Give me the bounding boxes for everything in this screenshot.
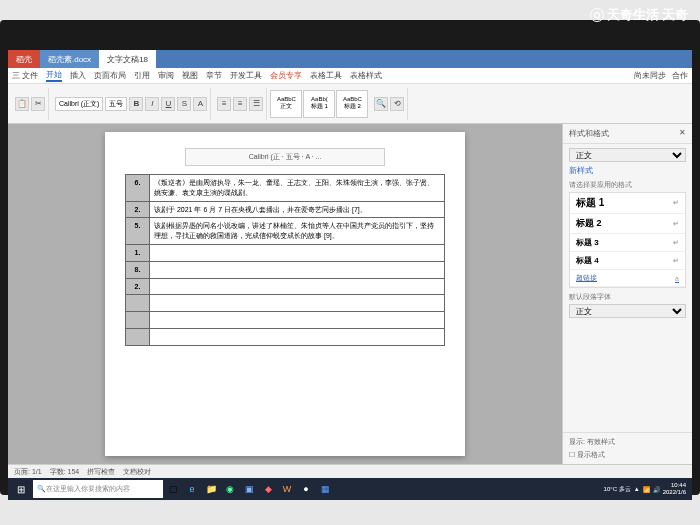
watermark: Q 天奇生活 天奇 [590,6,688,24]
table-row: 8. [126,261,445,278]
show-filter[interactable]: 显示: 有效样式 [569,437,686,447]
tab-doc2[interactable]: 文字文稿18 [99,50,156,68]
color-btn[interactable]: A [193,97,207,111]
menu-start[interactable]: 开始 [46,69,62,82]
app-icon[interactable]: ▦ [316,480,334,498]
edge-icon[interactable]: e [183,480,201,498]
task-view-icon[interactable]: ▢ [164,480,182,498]
cut-btn[interactable]: ✂ [31,97,45,111]
table-row: 1. [126,244,445,261]
new-style-btn[interactable]: 新样式 [569,166,593,175]
start-button[interactable]: ⊞ [10,479,32,499]
align-center-btn[interactable]: ≡ [233,97,247,111]
panel-title: 样式和格式 [569,128,609,139]
menu-view[interactable]: 视图 [182,70,198,81]
menu-ref[interactable]: 引用 [134,70,150,81]
table-row [126,295,445,312]
strike-btn[interactable]: S [177,97,191,111]
tray-icon[interactable]: ▲ [634,486,640,492]
doc-check[interactable]: 文档校对 [123,467,151,477]
style-heading1[interactable]: 标题 1↵ [570,193,685,214]
replace-btn[interactable]: ⟲ [390,97,404,111]
table-row: 2.该剧于 2021 年 6 月 7 日在央视八套播出，并在爱奇艺同步播出 [7… [126,201,445,218]
tab-home[interactable]: 稻壳 [8,50,40,68]
content-table[interactable]: 6.《叛逆者》是由周游执导，朱一龙、童瑶、王志文、王阳、朱珠领衔主演，李强、张子… [125,174,445,346]
app-icon[interactable]: ◉ [221,480,239,498]
bold-btn[interactable]: B [129,97,143,111]
align-left-btn[interactable]: ≡ [217,97,231,111]
menu-table-tools[interactable]: 表格工具 [310,70,342,81]
table-row: 5.该剧根据畀愚的同名小说改编，讲述了林楠笙、朱怡贞等人在中国共产党员的指引下，… [126,218,445,245]
collab-btn[interactable]: 合作 [672,70,688,81]
style-heading2[interactable]: 标题 2↵ [570,214,685,234]
window-tabs: 稻壳 稻壳素.docx 文字文稿18 [8,50,692,68]
menu-bar: 三 文件 开始 插入 页面布局 引用 审阅 视图 章节 开发工具 会员专享 表格… [8,68,692,84]
style-heading3[interactable]: 标题 3↵ [570,234,685,252]
volume-icon[interactable]: 🔊 [653,486,660,493]
table-row: 6.《叛逆者》是由周游执导，朱一龙、童瑶、王志文、王阳、朱珠领衔主演，李强、张子… [126,175,445,202]
menu-layout[interactable]: 页面布局 [94,70,126,81]
menu-table-style[interactable]: 表格样式 [350,70,382,81]
underline-btn[interactable]: U [161,97,175,111]
paste-btn[interactable]: 📋 [15,97,29,111]
find-btn[interactable]: 🔍 [374,97,388,111]
table-row [126,328,445,345]
app-icon[interactable]: ◆ [259,480,277,498]
status-bar: 页面: 1/1 字数: 154 拼写检查 文档校对 [8,464,692,478]
style-hyperlink[interactable]: 超链接a [570,270,685,287]
menu-review[interactable]: 审阅 [158,70,174,81]
style-h2[interactable]: AaBbC标题 2 [336,90,368,118]
style-normal[interactable]: AaBbC正文 [270,90,302,118]
page[interactable]: Calibri (正 · 五号 · A · ... 6.《叛逆者》是由周游执导，… [105,132,465,456]
list-btn[interactable]: ☰ [249,97,263,111]
folder-icon[interactable]: 📁 [202,480,220,498]
clock[interactable]: 10:44 2022/1/6 [663,482,686,495]
default-font-select[interactable]: 正文 [569,304,686,318]
menu-file[interactable]: 三 文件 [12,70,38,81]
app-icon[interactable]: ● [297,480,315,498]
document-area: Calibri (正 · 五号 · A · ... 6.《叛逆者》是由周游执导，… [8,124,562,464]
clear-format[interactable]: ☐ 显示格式 [569,450,686,460]
menu-chapter[interactable]: 章节 [206,70,222,81]
taskbar-search[interactable]: 🔍 在这里输入你要搜索的内容 [33,480,163,498]
wifi-icon[interactable]: 📶 [643,486,650,493]
style-list: 标题 1↵ 标题 2↵ 标题 3↵ 标题 4↵ 超链接a [569,192,686,288]
spell-check[interactable]: 拼写检查 [87,467,115,477]
mini-toolbar[interactable]: Calibri (正 · 五号 · A · ... [185,148,385,166]
default-font-label: 默认段落字体 [569,292,686,302]
page-indicator[interactable]: 页面: 1/1 [14,467,42,477]
system-tray[interactable]: 10°C 多云 ▲ 📶 🔊 10:44 2022/1/6 [604,482,690,495]
wps-icon[interactable]: W [278,480,296,498]
table-row: 2. [126,278,445,295]
weather-widget[interactable]: 10°C 多云 [604,485,631,494]
styles-panel: 样式和格式 ✕ 正文 新样式 请选择要应用的格式 标题 1↵ 标题 2↵ 标题 … [562,124,692,464]
current-style-select[interactable]: 正文 [569,148,686,162]
style-h1[interactable]: AaBb(标题 1 [303,90,335,118]
style-gallery: AaBbC正文 AaBb(标题 1 AaBbC标题 2 [270,90,368,118]
sync-status[interactable]: 尚未同步 [634,70,666,81]
menu-insert[interactable]: 插入 [70,70,86,81]
style-heading4[interactable]: 标题 4↵ [570,252,685,270]
font-select[interactable]: Calibri (正文) [55,97,103,111]
menu-vip[interactable]: 会员专享 [270,70,302,81]
windows-taskbar: ⊞ 🔍 在这里输入你要搜索的内容 ▢ e 📁 ◉ ▣ ◆ W ● ▦ 10°C … [8,478,692,500]
ribbon-toolbar: 📋 ✂ Calibri (正文) 五号 B I U S A ≡ ≡ ☰ [8,84,692,124]
menu-dev[interactable]: 开发工具 [230,70,262,81]
section-label: 请选择要应用的格式 [569,180,686,190]
word-count[interactable]: 字数: 154 [50,467,80,477]
watermark-icon: Q [590,8,604,22]
size-select[interactable]: 五号 [105,97,127,111]
close-icon[interactable]: ✕ [679,128,686,139]
app-icon[interactable]: ▣ [240,480,258,498]
italic-btn[interactable]: I [145,97,159,111]
table-row [126,312,445,329]
tab-doc1[interactable]: 稻壳素.docx [40,50,99,68]
